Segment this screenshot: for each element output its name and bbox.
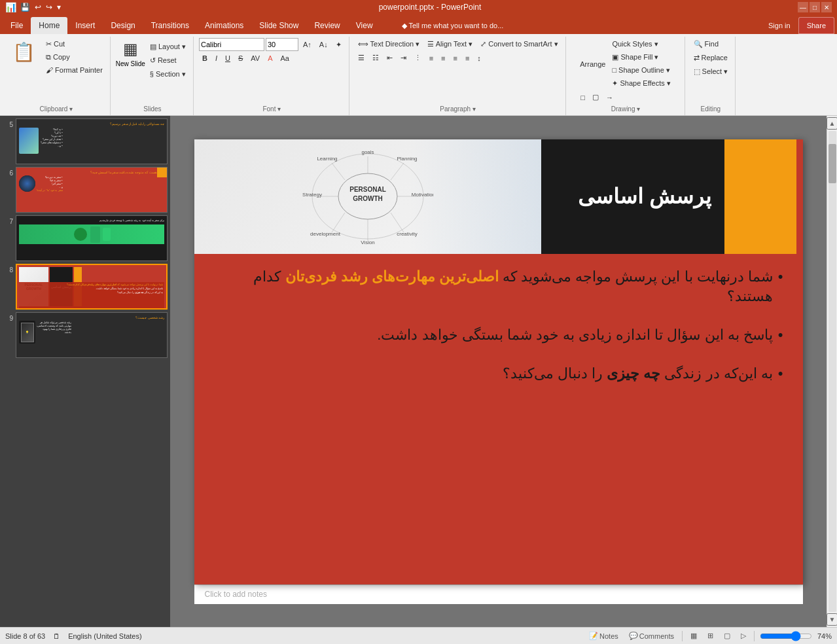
save-quick-btn[interactable]: 💾: [19, 3, 31, 12]
find-button[interactable]: 🔍 Find: [690, 38, 722, 50]
font-size-input[interactable]: [266, 38, 298, 51]
svg-line-19: [332, 163, 345, 180]
underline-btn[interactable]: U: [222, 52, 234, 64]
new-slide-button[interactable]: ▦: [120, 38, 141, 60]
scroll-up-btn[interactable]: ▲: [827, 117, 837, 130]
tab-insert[interactable]: Insert: [67, 17, 103, 34]
font-color-btn[interactable]: A: [264, 52, 276, 64]
bullet-list-btn[interactable]: ☰: [355, 52, 368, 64]
tab-animations[interactable]: Animations: [197, 17, 251, 34]
share-btn[interactable]: Share: [798, 17, 834, 34]
font-size-label-btn[interactable]: Aa: [277, 52, 293, 64]
title-bar: 📊 💾 ↩ ↪ ▾ powerpoint.pptx - PowerPoint —…: [0, 0, 837, 14]
line-spacing-btn[interactable]: ↕: [474, 52, 484, 64]
tab-slideshow[interactable]: Slide Show: [251, 17, 306, 34]
format-painter-button[interactable]: 🖌 Format Painter: [43, 64, 106, 76]
slide-area-wrapper: PERSONAL GROWTH goals Planning Motivatio…: [170, 116, 837, 627]
shape-arrow-btn[interactable]: →: [603, 91, 616, 103]
increase-indent-btn[interactable]: ⇥: [397, 52, 410, 64]
replace-button[interactable]: ⇄ Replace: [690, 52, 731, 64]
reading-view-btn[interactable]: ▢: [721, 632, 733, 640]
decrease-indent-btn[interactable]: ⇤: [383, 52, 396, 64]
close-btn[interactable]: ✕: [821, 2, 832, 12]
shape-rect-btn[interactable]: □: [577, 91, 588, 103]
shape-effects-btn[interactable]: ✦ Shape Effects ▾: [609, 77, 673, 90]
copy-button[interactable]: ⧉ Copy: [43, 51, 106, 63]
personal-growth-image: PERSONAL GROWTH goals Planning Motivatio…: [194, 139, 541, 254]
slide-body: • شما درنهایت با این پرسش مواجه می‌شوید …: [194, 254, 803, 416]
redo-quick-btn[interactable]: ↪: [45, 3, 54, 12]
maximize-btn[interactable]: □: [810, 2, 820, 12]
signin-btn[interactable]: Sign in: [760, 17, 798, 34]
align-text-btn[interactable]: ☰ Align Text ▾: [424, 38, 476, 50]
slide-panel[interactable]: 5 چه مسئولاتی را باید قبل از سفر برسیم؟ …: [0, 116, 170, 627]
clear-format-btn[interactable]: ✦: [332, 39, 345, 51]
notes-area[interactable]: Click to add notes: [194, 584, 803, 604]
tab-transitions[interactable]: Transitions: [143, 17, 197, 34]
svg-text:goals: goals: [361, 149, 374, 155]
strikethrough-btn[interactable]: S: [235, 52, 246, 64]
undo-quick-btn[interactable]: ↩: [33, 3, 43, 12]
tab-review[interactable]: Review: [306, 17, 347, 34]
font-name-input[interactable]: [199, 38, 264, 51]
slide-thumb-6[interactable]: 6 کسی هست که متوجه نشده باشد سفرما اسمش …: [3, 167, 168, 213]
justify-btn[interactable]: ≡: [462, 52, 472, 64]
new-slide-label: New Slide: [116, 60, 145, 67]
quick-styles-btn[interactable]: Quick Styles ▾: [609, 38, 673, 50]
language-label: English (United States): [68, 632, 142, 640]
shape-rounded-btn[interactable]: ▢: [589, 91, 602, 103]
svg-line-17: [332, 213, 345, 232]
align-right-btn[interactable]: ≡: [450, 52, 461, 64]
convert-smartart-btn[interactable]: ⤢ Convert to SmartArt ▾: [477, 38, 561, 50]
tab-file[interactable]: File: [3, 17, 31, 34]
notes-btn[interactable]: 📝 Notes: [586, 632, 621, 640]
slide-thumb-5[interactable]: 5 چه مسئولاتی را باید قبل از سفر برسیم؟ …: [3, 118, 168, 164]
arrange-button[interactable]: Arrange: [577, 38, 608, 90]
quickaccess-dropdown-btn[interactable]: ▾: [56, 3, 62, 12]
slide-bullet-2: • پاسخ به این سؤال تا اندازه زیادی به خو…: [214, 325, 783, 346]
slide-img-9: رشد شخصی چیست؟ 💡 رشد شخصی می‌تواند شامل …: [16, 312, 168, 358]
numbered-list-btn[interactable]: ☷: [369, 52, 382, 64]
col-btn[interactable]: ⋮: [411, 52, 425, 64]
svg-text:Planning: Planning: [397, 156, 417, 162]
slide-canvas[interactable]: PERSONAL GROWTH goals Planning Motivatio…: [194, 139, 803, 584]
slide-thumb-9[interactable]: 9 رشد شخصی چیست؟ 💡 رشد شخصی می‌تواند شام…: [3, 312, 168, 358]
slide-content-area[interactable]: PERSONAL GROWTH goals Planning Motivatio…: [170, 116, 827, 627]
reset-button[interactable]: ↺ Reset: [147, 54, 189, 67]
decrease-font-btn[interactable]: A↓: [316, 39, 331, 50]
comments-btn[interactable]: 💬 Comments: [626, 632, 677, 640]
slide-thumb-8[interactable]: 8 PERSONALGROWTH پرسش اساسی شما درنهایت …: [3, 264, 168, 310]
zoom-slider[interactable]: [760, 632, 812, 640]
normal-view-btn[interactable]: ▦: [688, 632, 700, 640]
svg-line-13: [391, 163, 404, 180]
shape-outline-btn[interactable]: □ Shape Outline ▾: [609, 64, 673, 77]
increase-font-btn[interactable]: A↑: [300, 39, 315, 50]
section-button[interactable]: § Section ▾: [147, 68, 189, 80]
select-button[interactable]: ⬚ Select ▾: [690, 65, 732, 78]
font-group: A↑ A↓ ✦ B I U S AV A Aa Font ▾: [195, 37, 349, 115]
slide-main-title: پرسش اساسی: [578, 184, 711, 209]
align-center-btn[interactable]: ≡: [438, 52, 448, 64]
scroll-down-btn[interactable]: ▼: [827, 613, 837, 626]
tab-design[interactable]: Design: [103, 17, 143, 34]
slide-sorter-btn[interactable]: ⊞: [705, 632, 716, 640]
scroll-track[interactable]: [828, 131, 836, 612]
paste-button[interactable]: 📋: [7, 38, 41, 66]
tab-home[interactable]: Home: [31, 17, 67, 34]
char-spacing-btn[interactable]: AV: [247, 52, 263, 64]
vertical-scrollbar[interactable]: ▲ ▼: [827, 116, 837, 627]
text-direction-btn[interactable]: ⟺ Text Direction ▾: [355, 38, 423, 50]
slide-thumb-7[interactable]: 7 برای سفر به آینده خود به رشد شخصی با ت…: [3, 215, 168, 261]
layout-button[interactable]: ▤ Layout ▾: [147, 41, 189, 53]
align-left-btn[interactable]: ≡: [426, 52, 436, 64]
cut-button[interactable]: ✂ Cut: [43, 38, 106, 50]
tab-view[interactable]: View: [348, 17, 381, 34]
italic-btn[interactable]: I: [212, 52, 221, 64]
notes-placeholder: Click to add notes: [205, 590, 267, 599]
minimize-btn[interactable]: —: [798, 2, 808, 12]
shape-fill-btn[interactable]: ▣ Shape Fill ▾: [609, 51, 673, 63]
scroll-thumb[interactable]: [828, 144, 836, 183]
slideshow-btn[interactable]: ▷: [738, 632, 749, 640]
tab-search[interactable]: ◆ Tell me what you want to do...: [394, 17, 512, 34]
bold-btn[interactable]: B: [199, 52, 211, 64]
